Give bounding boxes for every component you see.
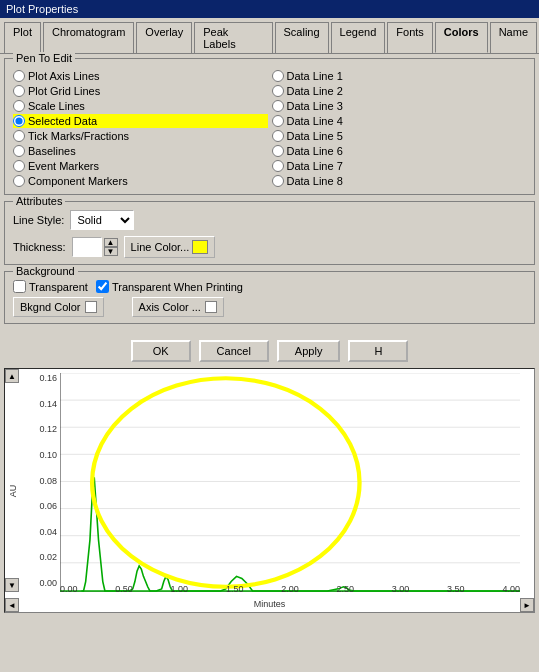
pen-to-edit-group: Pen To Edit Plot Axis Lines Data Line 1 … — [4, 58, 535, 195]
y-val-006: 0.06 — [39, 501, 57, 511]
radio-data-line-4[interactable]: Data Line 4 — [272, 114, 527, 128]
x-val-150: 1.50 — [226, 584, 244, 594]
bkgnd-color-swatch — [85, 301, 97, 313]
title-bar: Plot Properties — [0, 0, 539, 18]
scroll-right-button[interactable]: ► — [520, 598, 534, 612]
tab-name[interactable]: Name — [490, 22, 537, 53]
radio-tick-marks[interactable]: Tick Marks/Fractions — [13, 129, 268, 143]
thickness-input[interactable]: 1 — [72, 237, 102, 257]
thickness-spinner-buttons: ▲ ▼ — [104, 238, 118, 256]
plot-svg — [60, 373, 520, 592]
line-style-label: Line Style: — [13, 214, 64, 226]
apply-button[interactable]: Apply — [277, 340, 341, 362]
x-val-200: 2.00 — [281, 584, 299, 594]
x-val-100: 1.00 — [171, 584, 189, 594]
transparent-printing-checkbox[interactable] — [96, 280, 109, 293]
radio-data-line-5[interactable]: Data Line 5 — [272, 129, 527, 143]
x-val-000: 0.00 — [60, 584, 78, 594]
attributes-group: Attributes Line Style: Solid Dashed Dott… — [4, 201, 535, 265]
tab-scaling[interactable]: Scaling — [275, 22, 329, 53]
line-color-swatch — [192, 240, 208, 254]
tab-fonts[interactable]: Fonts — [387, 22, 433, 53]
y-scroll-down[interactable]: ▼ — [5, 578, 19, 592]
y-val-004: 0.04 — [39, 527, 57, 537]
radio-plot-grid-lines[interactable]: Plot Grid Lines — [13, 84, 268, 98]
main-content: Pen To Edit Plot Axis Lines Data Line 1 … — [0, 54, 539, 334]
attributes-title: Attributes — [13, 195, 65, 207]
line-color-button[interactable]: Line Color... — [124, 236, 216, 258]
radio-data-line-6[interactable]: Data Line 6 — [272, 144, 527, 158]
background-row-1: Transparent Transparent When Printing — [13, 280, 526, 293]
radio-data-line-2[interactable]: Data Line 2 — [272, 84, 527, 98]
pen-to-edit-title: Pen To Edit — [13, 52, 75, 64]
x-val-050: 0.50 — [115, 584, 133, 594]
line-style-row: Line Style: Solid Dashed Dotted — [13, 210, 526, 230]
chart-container: AU ▲ ▼ 0.16 0.14 0.12 0.10 0.08 0.06 0.0… — [4, 368, 535, 613]
y-val-016: 0.16 — [39, 373, 57, 383]
ok-button[interactable]: OK — [131, 340, 191, 362]
background-title: Background — [13, 265, 78, 277]
background-row-2: Bkgnd Color Axis Color ... — [13, 297, 526, 317]
transparent-checkbox[interactable] — [13, 280, 26, 293]
y-val-008: 0.08 — [39, 476, 57, 486]
thickness-up-btn[interactable]: ▲ — [104, 238, 118, 247]
y-val-014: 0.14 — [39, 399, 57, 409]
chart-inner: AU ▲ ▼ 0.16 0.14 0.12 0.10 0.08 0.06 0.0… — [5, 369, 534, 612]
y-val-012: 0.12 — [39, 424, 57, 434]
y-axis-label: AU — [8, 484, 18, 497]
radio-component-markers[interactable]: Component Markers — [13, 174, 268, 188]
transparent-checkbox-item: Transparent — [13, 280, 88, 293]
transparent-label: Transparent — [29, 281, 88, 293]
y-axis-area: 0.16 0.14 0.12 0.10 0.08 0.06 0.04 0.02 … — [19, 369, 59, 592]
radio-data-line-7[interactable]: Data Line 7 — [272, 159, 527, 173]
radio-plot-axis-lines[interactable]: Plot Axis Lines — [13, 69, 268, 83]
x-val-250: 2.50 — [336, 584, 354, 594]
tab-legend[interactable]: Legend — [331, 22, 386, 53]
tab-bar: Plot Chromatogram Overlay Peak Labels Sc… — [0, 18, 539, 54]
pen-to-edit-grid: Plot Axis Lines Data Line 1 Plot Grid Li… — [13, 69, 526, 188]
x-val-400: 4.00 — [502, 584, 520, 594]
thickness-spinner: 1 ▲ ▼ — [72, 237, 118, 257]
svg-point-10 — [92, 378, 359, 587]
radio-event-markers[interactable]: Event Markers — [13, 159, 268, 173]
thickness-down-btn[interactable]: ▼ — [104, 247, 118, 256]
tab-peak-labels[interactable]: Peak Labels — [194, 22, 272, 53]
radio-data-line-1[interactable]: Data Line 1 — [272, 69, 527, 83]
y-val-010: 0.10 — [39, 450, 57, 460]
radio-data-line-8[interactable]: Data Line 8 — [272, 174, 527, 188]
scroll-left-button[interactable]: ◄ — [5, 598, 19, 612]
bkgnd-color-button[interactable]: Bkgnd Color — [13, 297, 104, 317]
axis-color-swatch — [205, 301, 217, 313]
radio-data-line-3[interactable]: Data Line 3 — [272, 99, 527, 113]
y-val-002: 0.02 — [39, 552, 57, 562]
thickness-label: Thickness: — [13, 241, 66, 253]
title-bar-text: Plot Properties — [6, 3, 78, 15]
transparent-printing-item: Transparent When Printing — [96, 280, 243, 293]
cancel-button[interactable]: Cancel — [199, 340, 269, 362]
y-val-000: 0.00 — [39, 578, 57, 588]
radio-baselines[interactable]: Baselines — [13, 144, 268, 158]
axis-color-label: Axis Color ... — [139, 301, 201, 313]
radio-selected-data[interactable]: Selected Data — [13, 114, 268, 128]
x-axis-values: 0.00 0.50 1.00 1.50 2.00 2.50 3.00 3.50 … — [60, 584, 520, 594]
line-style-select[interactable]: Solid Dashed Dotted — [70, 210, 134, 230]
help-button[interactable]: H — [348, 340, 408, 362]
tab-colors[interactable]: Colors — [435, 22, 488, 53]
x-val-300: 3.00 — [392, 584, 410, 594]
axis-color-button[interactable]: Axis Color ... — [132, 297, 224, 317]
radio-scale-lines[interactable]: Scale Lines — [13, 99, 268, 113]
x-val-350: 3.50 — [447, 584, 465, 594]
bottom-buttons: OK Cancel Apply H — [0, 334, 539, 368]
bkgnd-color-label: Bkgnd Color — [20, 301, 81, 313]
thickness-row: Thickness: 1 ▲ ▼ Line Color... — [13, 236, 526, 258]
x-axis-label: Minutes — [254, 599, 286, 609]
tab-plot[interactable]: Plot — [4, 22, 41, 53]
tab-chromatogram[interactable]: Chromatogram — [43, 22, 134, 53]
line-color-label: Line Color... — [131, 241, 190, 253]
y-scroll-up[interactable]: ▲ — [5, 369, 19, 383]
transparent-printing-label: Transparent When Printing — [112, 281, 243, 293]
background-group: Background Transparent Transparent When … — [4, 271, 535, 324]
tab-overlay[interactable]: Overlay — [136, 22, 192, 53]
